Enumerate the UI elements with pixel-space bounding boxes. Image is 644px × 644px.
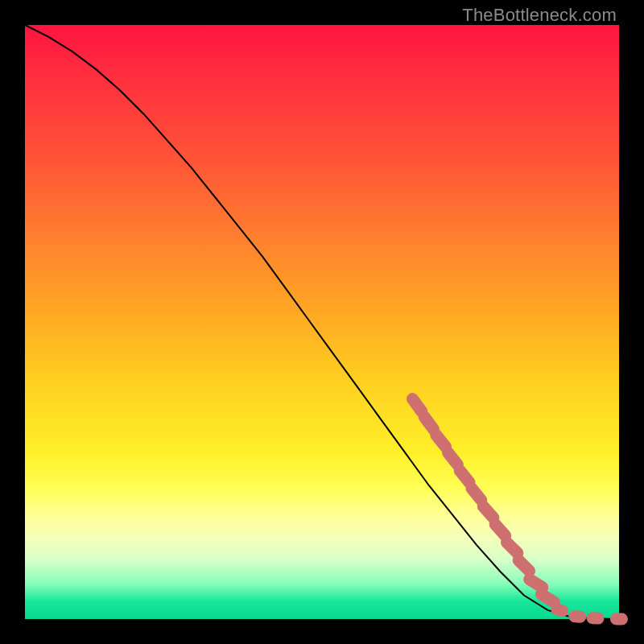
curve-marker	[610, 613, 628, 625]
bottleneck-curve	[25, 25, 619, 619]
marker-group	[404, 390, 628, 625]
curve-marker	[568, 610, 587, 623]
chart-frame: TheBottleneck.com	[0, 0, 644, 644]
curve-marker	[586, 612, 605, 625]
watermark-label: TheBottleneck.com	[462, 5, 617, 26]
chart-overlay	[25, 25, 619, 619]
